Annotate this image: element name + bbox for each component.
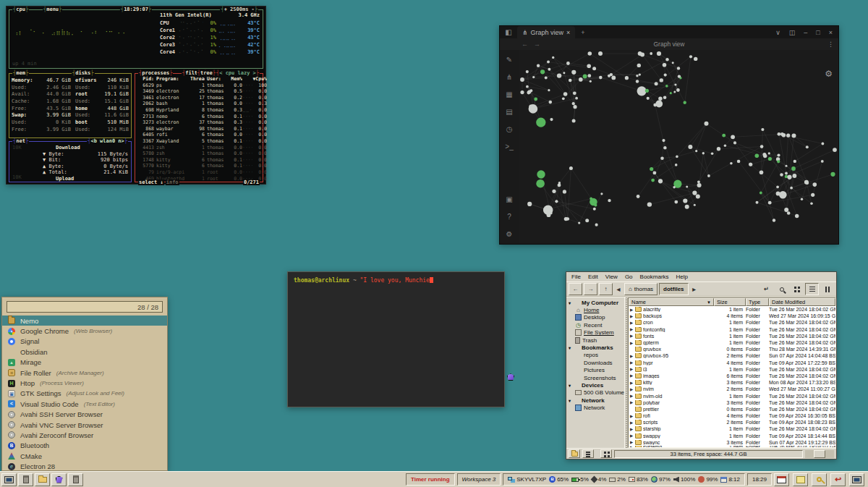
list-item[interactable]: Avahi Zeroconf Browser — [2, 430, 167, 440]
list-item[interactable]: CMake — [2, 451, 167, 461]
table-row[interactable]: ▶ gruvbox 0 items Folder Thu 28 Mar 2024… — [629, 346, 835, 352]
expander-icon[interactable]: ▶ — [630, 341, 634, 345]
list-item[interactable]: Visual Studio Code (Text Editor) — [2, 399, 167, 409]
list-view-icon[interactable] — [805, 283, 819, 295]
expander-icon[interactable]: ▶ — [630, 414, 634, 418]
tray-item[interactable]: 4% — [592, 476, 607, 483]
sidebar-item[interactable]: Home — [569, 306, 624, 313]
sidebar-item[interactable]: 500 GB Volume — [569, 389, 624, 397]
list-item[interactable]: Avahi SSH Server Browser — [2, 410, 167, 420]
sidebar-toggle-icon[interactable]: ◧ — [500, 28, 517, 36]
terminal-window[interactable]: thomas@archlinux ~ "I love you, Munchie — [287, 271, 505, 407]
file-manager-window[interactable]: FileEditViewGoBookmarksHelp ← → ↑ ◀ ⌂ th… — [566, 271, 837, 460]
expander-icon[interactable]: ▶ — [630, 373, 634, 378]
sidebar-item[interactable]: Pictures — [569, 367, 624, 374]
tray-app-button[interactable] — [774, 473, 789, 486]
sidebar-item[interactable]: Network — [569, 397, 624, 404]
col-pid[interactable]: Pid: — [137, 76, 154, 82]
close-button[interactable]: × — [829, 29, 833, 36]
btop-tab-cpu[interactable]: cpu — [12, 7, 29, 12]
side-pane-tree-toggle[interactable] — [582, 449, 594, 458]
app-launcher-menu[interactable]: 28 / 28 Nemo Google Chrome (Web Browser) — [1, 297, 168, 471]
table-row[interactable]: ▶ fontconfig 1 item Folder Tue 26 Mar 20… — [629, 326, 835, 333]
proc-footer-info[interactable]: info — [166, 179, 179, 185]
menu-item[interactable]: View — [603, 274, 621, 280]
icon-view-icon[interactable] — [790, 283, 804, 295]
proc-sort-selector[interactable]: < cpu lazy > — [216, 70, 260, 76]
ribbon-icon[interactable]: ▦ — [506, 90, 512, 98]
horizontal-scrollbar[interactable] — [805, 450, 834, 458]
expander-icon[interactable]: ▶ — [630, 334, 634, 338]
tray-item[interactable]: 100% — [673, 476, 695, 483]
mem-title[interactable]: mem — [12, 70, 29, 76]
breadcrumb-dotfiles[interactable]: dotfiles — [659, 283, 688, 295]
proc-footer-select[interactable]: select ↓ — [138, 179, 164, 185]
tab-list-chevron-icon[interactable]: ∨ — [775, 29, 780, 36]
table-row[interactable]: ▶ kitty 3 items Folder Mon 08 Apr 2024 1… — [629, 379, 835, 386]
search-input[interactable]: 28 / 28 — [7, 301, 163, 313]
expander-icon[interactable]: ▶ — [630, 446, 634, 447]
graph-settings-gear-icon[interactable]: ⚙ — [825, 69, 833, 79]
expander-icon[interactable]: ▶ — [630, 387, 634, 391]
sidebar-item[interactable]: Screenshots — [569, 374, 624, 381]
up-button[interactable]: ↑ — [599, 283, 613, 295]
sidebar-item[interactable]: Recent — [569, 321, 624, 329]
list-item[interactable]: Bluetooth — [2, 441, 167, 451]
list-item[interactable]: Avahi VNC Server Browser — [2, 420, 167, 430]
tray-item[interactable]: 8:12 — [720, 476, 740, 483]
table-row[interactable]: ▶ fonts 1 item Folder Tue 26 Mar 2024 18… — [629, 333, 835, 339]
layout-icon[interactable]: ◫ — [789, 29, 796, 36]
sidebar-item[interactable]: Downloads — [569, 359, 624, 366]
tray-item[interactable]: 5% — [571, 476, 589, 483]
expander-icon[interactable]: ▶ — [630, 367, 634, 371]
show-hidden-toggle[interactable] — [600, 449, 612, 458]
ribbon-icon[interactable]: ▣ — [506, 195, 512, 203]
column-header-date[interactable]: Date Modified — [769, 298, 835, 306]
expander-icon[interactable]: ▶ — [630, 433, 634, 438]
minimize-button[interactable]: – — [804, 29, 807, 36]
menu-item[interactable]: File — [569, 274, 584, 280]
quick-launch-button[interactable] — [1, 473, 17, 486]
sidebar-item[interactable]: File System — [569, 329, 624, 336]
search-icon[interactable] — [775, 283, 788, 295]
menu-item[interactable]: Go — [622, 274, 636, 280]
expander-icon[interactable]: ▶ — [630, 381, 634, 385]
table-row[interactable]: ▶ swaync 3 items Folder Sun 07 Apr 2024 … — [629, 439, 835, 446]
table-row[interactable]: ▶ nvim-old 1 item Folder Tue 26 Mar 2024… — [629, 392, 835, 399]
ribbon-icon[interactable]: ✎ — [506, 56, 512, 64]
forward-button[interactable]: → — [584, 283, 597, 295]
table-row[interactable]: ▶ swappy 1 item Folder Tue 09 Apr 2024 1… — [629, 433, 835, 439]
table-row[interactable]: ▶ hypr 4 items Folder Tue 09 Apr 2024 17… — [629, 360, 835, 366]
tray-item[interactable]: 65% — [549, 476, 569, 483]
btop-tab-menu[interactable]: menu — [43, 7, 62, 12]
table-row[interactable]: ▶ alacritty 1 item Folder Tue 26 Mar 202… — [629, 306, 835, 313]
obsidian-window[interactable]: ◧ ⋔ Graph view × + ∨ ◫ – □ × ← → Graph v… — [499, 25, 839, 245]
tray-item[interactable]: 2% — [609, 476, 626, 483]
ribbon-icon[interactable]: ▤ — [506, 108, 512, 116]
col-mem[interactable]: Mem% — [228, 76, 242, 82]
list-item[interactable]: Obsidian — [2, 347, 167, 357]
quick-launch-button[interactable] — [51, 473, 67, 486]
menu-item[interactable]: Help — [673, 274, 691, 280]
breadcrumb-thomas[interactable]: ⌂ thomas — [624, 283, 658, 295]
list-item[interactable]: Nemo — [2, 316, 167, 326]
list-item[interactable]: Htop (Process Viewer) — [2, 378, 167, 388]
expander-icon[interactable]: ▶ — [630, 314, 634, 318]
compact-view-icon[interactable] — [820, 283, 834, 295]
column-header-name[interactable]: Name ▼ — [629, 298, 714, 306]
col-threads[interactable]: Threads: — [190, 76, 205, 82]
sidebar-item[interactable]: My Computer — [569, 299, 624, 306]
ribbon-icon[interactable]: ⋔ — [506, 73, 512, 81]
jump-to-icon[interactable]: ↵ — [760, 283, 773, 295]
table-row[interactable]: ▶ systemd 1 item Folder Tue 26 Mar 2024 … — [629, 446, 835, 447]
list-item[interactable]: Google Chrome (Web Browser) — [2, 326, 167, 336]
new-tab-button[interactable]: + — [575, 29, 590, 36]
expander-icon[interactable]: ▶ — [630, 420, 634, 425]
tray-item[interactable]: 83% — [629, 476, 648, 483]
expander-icon[interactable]: ▶ — [630, 440, 634, 444]
tray-app-button[interactable] — [793, 473, 808, 486]
tray-app-button[interactable] — [849, 473, 864, 486]
expander-icon[interactable]: ▶ — [630, 427, 634, 431]
btop-poll-rate[interactable]: + 2500ms - — [220, 7, 258, 12]
column-header-type[interactable]: Type — [746, 298, 769, 306]
